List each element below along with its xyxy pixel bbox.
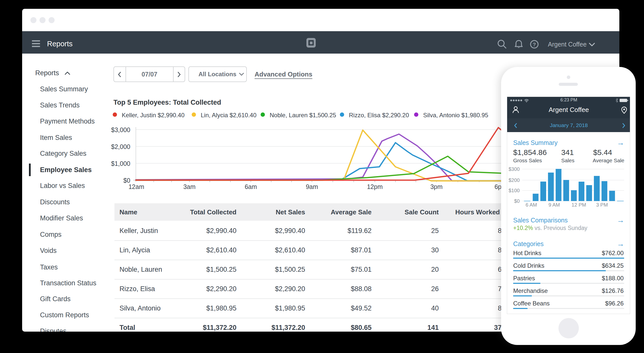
- svg-text:6am: 6am: [245, 183, 257, 190]
- svg-text:$3,000: $3,000: [111, 126, 130, 133]
- svg-text:12am: 12am: [129, 183, 144, 190]
- svg-text:9 AM: 9 AM: [548, 202, 560, 208]
- svg-text:$2,000: $2,000: [111, 143, 130, 150]
- svg-text:3 PM: 3 PM: [596, 202, 608, 208]
- svg-text:$300: $300: [509, 166, 520, 172]
- svg-text:12pm: 12pm: [367, 183, 383, 190]
- svg-text:$100: $100: [509, 188, 520, 193]
- svg-text:?: ?: [533, 42, 536, 47]
- svg-text:$0: $0: [123, 177, 130, 184]
- svg-text:$1,000: $1,000: [111, 160, 130, 167]
- svg-text:3pm: 3pm: [430, 183, 443, 190]
- svg-text:$0: $0: [514, 198, 520, 204]
- svg-text:12 PM: 12 PM: [572, 202, 586, 208]
- svg-text:6 AM: 6 AM: [526, 202, 537, 208]
- svg-text:3am: 3am: [183, 183, 196, 190]
- svg-text:$200: $200: [509, 177, 520, 183]
- svg-text:9am: 9am: [306, 183, 318, 190]
